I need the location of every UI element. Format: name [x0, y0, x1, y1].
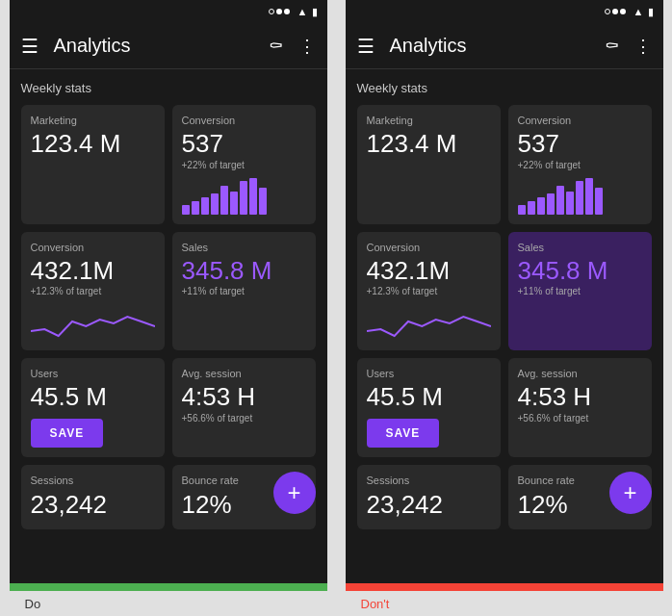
conversion-top-card-dont: Conversion 537 +22% of target — [508, 105, 652, 224]
avg-session-sub-dont: +56.6% of target — [518, 413, 642, 424]
save-button-dont[interactable]: SAVE — [367, 419, 440, 448]
more-icon-dont[interactable]: ⋮ — [634, 36, 652, 57]
stats-grid-dont: Marketing 123.4 M Conversion 537 +22% of… — [357, 105, 652, 529]
phone-do-wrapper: ▲ ▮ ☰ Analytics ⚰ ⋮ Weekly stats Marketi… — [0, 0, 336, 616]
bar-dont-9 — [595, 188, 603, 215]
do-indicator-bar — [10, 583, 327, 591]
battery-icon: ▮ — [312, 6, 318, 18]
sales-card-dont: Sales 345.8 M +11% of target — [508, 232, 652, 351]
sales-label-do: Sales — [182, 242, 306, 253]
conversion-main-value-dont: 432.1M — [367, 257, 491, 285]
conversion-main-sub-do: +12.3% of target — [31, 286, 155, 296]
more-icon-do[interactable]: ⋮ — [298, 36, 316, 57]
line-chart-svg-do — [31, 302, 155, 341]
dont-label-row: Don't — [346, 591, 663, 616]
status-bar-dont: ▲ ▮ — [346, 0, 663, 23]
app-title-dont: Analytics — [390, 35, 605, 57]
fab-do[interactable]: + — [273, 472, 316, 514]
menu-icon-do[interactable]: ☰ — [21, 35, 39, 58]
do-label-row: Do — [10, 591, 327, 616]
sales-value-do: 345.8 M — [182, 257, 306, 285]
sessions-card-dont: Sessions 23,242 — [357, 465, 501, 529]
bar-dont-6 — [566, 192, 574, 215]
bar-8 — [249, 178, 257, 215]
bar-dont-4 — [547, 193, 555, 215]
signal-dot-dont-3 — [620, 9, 626, 14]
sales-sub-dont: +11% of target — [518, 286, 642, 296]
conversion-main-card-dont: Conversion 432.1M +12.3% of target — [357, 232, 501, 351]
phone-do: ▲ ▮ ☰ Analytics ⚰ ⋮ Weekly stats Marketi… — [10, 0, 327, 583]
avg-session-label-do: Avg. session — [182, 368, 306, 379]
marketing-label-do: Marketing — [31, 115, 155, 126]
phone-dont: ▲ ▮ ☰ Analytics ⚰ ⋮ Weekly stats Marketi… — [346, 0, 663, 583]
users-card-do: Users 45.5 M SAVE — [21, 358, 165, 457]
bar-dont-2 — [528, 201, 535, 215]
dont-indicator-bar — [346, 583, 663, 591]
marketing-label-dont: Marketing — [367, 115, 491, 126]
avg-session-value-dont: 4:53 H — [518, 383, 642, 411]
avg-session-card-dont: Avg. session 4:53 H +56.6% of target — [508, 358, 652, 457]
bar-dont-1 — [518, 205, 526, 215]
bar-chart-do — [182, 176, 306, 215]
save-button-do[interactable]: SAVE — [31, 419, 104, 448]
bar-6 — [230, 192, 238, 215]
app-bar-dont: ☰ Analytics ⚰ ⋮ — [346, 23, 663, 69]
bar-9 — [259, 188, 267, 215]
wifi-icon-dont: ▲ — [633, 6, 644, 17]
avg-session-card-do: Avg. session 4:53 H +56.6% of target — [172, 358, 316, 457]
line-chart-svg-dont — [367, 302, 491, 341]
bar-5 — [220, 186, 228, 215]
bar-dont-5 — [556, 186, 564, 215]
conversion-main-value-do: 432.1M — [31, 257, 155, 285]
app-bar-icons-do: ⚰ ⋮ — [269, 36, 316, 57]
conversion-main-label-dont: Conversion — [367, 242, 491, 253]
status-bar-do: ▲ ▮ — [10, 0, 327, 23]
marketing-value-dont: 123.4 M — [367, 130, 491, 158]
avg-session-value-do: 4:53 H — [182, 383, 306, 411]
bar-1 — [182, 205, 190, 215]
conversion-main-label-do: Conversion — [31, 242, 155, 253]
marketing-card-dont: Marketing 123.4 M — [357, 105, 501, 224]
signal-dot-1 — [269, 9, 274, 14]
signal-dot-dont-2 — [612, 9, 618, 14]
signal-dot-2 — [276, 9, 282, 14]
search-icon-do[interactable]: ⚰ — [269, 36, 283, 57]
users-label-do: Users — [31, 368, 155, 379]
sessions-label-do: Sessions — [31, 475, 155, 486]
phones-container: ▲ ▮ ☰ Analytics ⚰ ⋮ Weekly stats Marketi… — [0, 0, 672, 616]
signal-dot-3 — [284, 9, 290, 14]
bar-dont-8 — [585, 178, 593, 215]
conversion-top-value-do: 537 — [182, 130, 306, 158]
search-icon-dont[interactable]: ⚰ — [605, 36, 619, 57]
dont-label-text: Don't — [361, 597, 390, 611]
sales-label-dont: Sales — [518, 242, 642, 253]
fab-dont[interactable]: + — [609, 472, 652, 514]
avg-session-sub-do: +56.6% of target — [182, 413, 306, 424]
phone-dont-wrapper: ▲ ▮ ☰ Analytics ⚰ ⋮ Weekly stats Marketi… — [336, 0, 672, 616]
users-card-dont: Users 45.5 M SAVE — [357, 358, 501, 457]
content-do: Weekly stats Marketing 123.4 M Conversio… — [10, 69, 327, 541]
conversion-main-card-do: Conversion 432.1M +12.3% of target — [21, 232, 165, 351]
marketing-card-do: Marketing 123.4 M — [21, 105, 165, 224]
app-bar-do: ☰ Analytics ⚰ ⋮ — [10, 23, 327, 69]
conversion-top-sub-dont: +22% of target — [518, 160, 642, 170]
sessions-value-do: 23,242 — [31, 490, 155, 520]
users-value-dont: 45.5 M — [367, 383, 491, 411]
conversion-top-label-dont: Conversion — [518, 115, 642, 126]
bar-dont-7 — [576, 181, 583, 215]
bar-3 — [201, 197, 209, 215]
conversion-top-value-dont: 537 — [518, 130, 642, 158]
sales-card-do: Sales 345.8 M +11% of target — [172, 232, 316, 351]
stats-grid-do: Marketing 123.4 M Conversion 537 +22% of… — [21, 105, 316, 529]
avg-session-label-dont: Avg. session — [518, 368, 642, 379]
signal-dots-dont — [605, 9, 626, 14]
bar-chart-dont — [518, 176, 642, 215]
sessions-label-dont: Sessions — [367, 475, 491, 486]
menu-icon-dont[interactable]: ☰ — [357, 35, 375, 58]
conversion-top-sub-do: +22% of target — [182, 160, 306, 170]
weekly-stats-label-dont: Weekly stats — [357, 81, 652, 95]
wifi-icon: ▲ — [297, 6, 308, 17]
app-bar-icons-dont: ⚰ ⋮ — [605, 36, 652, 57]
bar-2 — [192, 201, 199, 215]
content-dont: Weekly stats Marketing 123.4 M Conversio… — [346, 69, 663, 541]
